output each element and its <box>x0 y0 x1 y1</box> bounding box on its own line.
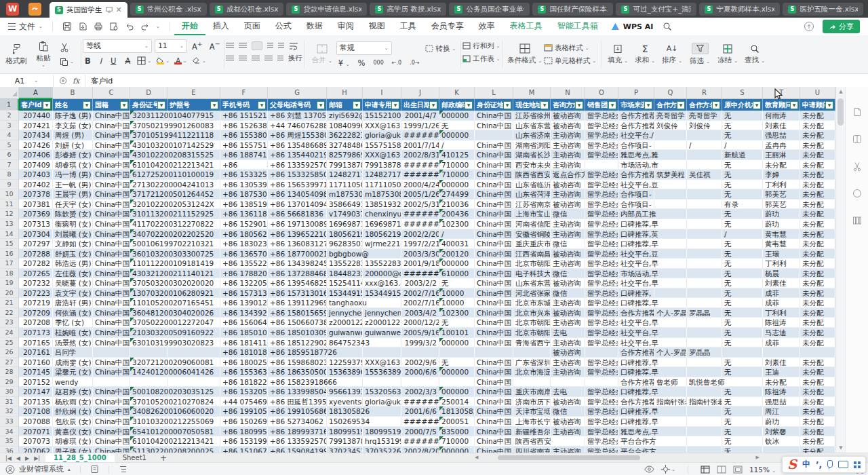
cell[interactable]: +44 7460762888 <box>268 121 327 131</box>
cell[interactable]: 799138782 <box>327 160 363 170</box>
cell[interactable]: 衡琬明 (女) <box>53 219 93 229</box>
cell[interactable]: 2003/3/30 <box>401 249 439 259</box>
filter-dropdown-icon[interactable]: ▼ <box>712 101 720 109</box>
column-header-N[interactable]: N <box>551 87 585 99</box>
ime-keyboard-icon[interactable] <box>838 461 848 468</box>
cell[interactable]: +86 151067860 <box>220 446 268 453</box>
cell[interactable]: 207297 <box>19 239 53 249</box>
cell[interactable]: 留学总经办 <box>585 427 618 437</box>
row-header-25[interactable]: 25 <box>0 338 19 348</box>
cell[interactable]: 刘俊伶 <box>654 121 687 131</box>
cell[interactable]: 湖南省长沙 <box>513 150 551 160</box>
cell[interactable]: 430103200107142529 <box>130 140 167 151</box>
cell[interactable]: +86 15066073863 <box>268 318 327 328</box>
header-cell[interactable]: 身份证号▼ <box>130 99 167 111</box>
cell[interactable]: 411702200312270822 <box>130 219 167 229</box>
clear-format-button[interactable]: ⌄ <box>192 57 206 64</box>
cell[interactable]: 511302200208200025 <box>130 446 167 453</box>
filter-dropdown-icon[interactable]: ▼ <box>677 101 685 109</box>
cell[interactable]: 有录 <box>722 200 763 210</box>
cell[interactable] <box>654 140 687 151</box>
column-header-R[interactable]: R <box>687 87 722 99</box>
document-tab[interactable]: S英国留学生✕ <box>50 2 127 18</box>
cell[interactable]: China中国 <box>93 298 130 308</box>
cell[interactable] <box>513 377 551 387</box>
cell[interactable]: 630103199903020823 <box>130 338 167 348</box>
column-header-P[interactable]: P <box>618 87 654 99</box>
cell[interactable]: +86 180025104 <box>220 358 268 368</box>
cell[interactable] <box>551 377 585 387</box>
cell[interactable]: 15536389( <box>363 367 401 377</box>
cell[interactable]: 未分配 <box>800 377 835 387</box>
cell[interactable]: China中国 <box>475 308 513 318</box>
cell[interactable]: China中国 <box>93 200 130 210</box>
filter-dropdown-icon[interactable]: ▼ <box>825 101 833 109</box>
cell[interactable]: 微信 <box>551 288 585 299</box>
cell[interactable]: 962835011 <box>327 239 363 249</box>
cell[interactable]: chenxinyur <box>363 209 401 219</box>
cell[interactable]: China中国 <box>475 406 513 417</box>
cell[interactable]: 无 <box>722 239 763 249</box>
quickbar-chevron-icon[interactable]: ⌄ <box>156 24 160 29</box>
cell[interactable] <box>654 427 687 437</box>
percent-button[interactable]: % <box>356 58 368 68</box>
cell[interactable]: 文静如 (女) <box>53 239 93 249</box>
cell[interactable]: 社交平台,早 <box>618 328 654 338</box>
cell[interactable]: 留学总经办 <box>585 367 618 377</box>
cell[interactable]: 陕西省西安 <box>513 436 551 446</box>
cell[interactable]: 2002/8/20 <box>401 446 439 453</box>
menu-item-11[interactable]: 表格工具 <box>502 18 550 35</box>
cell[interactable]: 山东省东营 <box>513 278 551 288</box>
cell[interactable]: 210036 <box>439 200 475 210</box>
cell[interactable] <box>93 377 130 387</box>
header-cell[interactable]: 销售团队▼ <box>585 99 618 111</box>
cell[interactable]: 000000 <box>439 259 475 269</box>
cell[interactable]: +86 153325850 <box>220 170 268 180</box>
cell[interactable]: 无 <box>722 397 763 407</box>
cell[interactable]: 留学总经办 <box>585 278 618 288</box>
cell[interactable]: 207409 <box>19 160 53 170</box>
document-tab[interactable]: S公务员国企事业单位 <box>449 3 530 16</box>
cell[interactable]: 强思喆 <box>763 397 800 407</box>
cell[interactable]: 口碑推荐,早 <box>618 406 654 417</box>
cell[interactable]: jennychen <box>327 308 363 318</box>
cell[interactable]: China中国 <box>475 170 513 180</box>
cell[interactable]: 370105200210270824 <box>130 397 167 407</box>
cell[interactable]: China中国 <box>93 367 130 377</box>
column-header-S[interactable]: S <box>722 87 763 99</box>
cell[interactable]: 2003/2/2 <box>401 278 439 288</box>
cell[interactable] <box>363 377 401 387</box>
status-doc-icon[interactable] <box>90 465 99 474</box>
cell[interactable]: 陈祖涛 <box>763 387 800 397</box>
cell[interactable]: 124827175 <box>363 170 401 180</box>
cell[interactable]: +86 15823918666 <box>268 377 327 387</box>
cell[interactable] <box>687 288 722 299</box>
ime-chinese-mode-icon[interactable]: 中 <box>802 459 810 470</box>
cell[interactable]: 刘紫馨 <box>763 427 800 437</box>
cell[interactable]: 825798695 <box>327 150 363 160</box>
cell[interactable]: 王瑞 <box>763 249 800 259</box>
cell[interactable]: 未分配 <box>800 367 835 377</box>
next-sheet-button[interactable]: ▶ <box>25 455 29 461</box>
cell[interactable]: 180995191 <box>363 427 401 437</box>
cell[interactable]: 未分配 <box>800 427 835 437</box>
column-header-E[interactable]: E <box>167 87 220 99</box>
cell[interactable]: 吴佳祺 <box>687 170 722 180</box>
row-header-7[interactable]: 7 <box>0 160 19 170</box>
cell[interactable]: China中国 <box>93 406 130 417</box>
cell[interactable]: 180995191 <box>327 427 363 437</box>
cell[interactable]: +86 187530803 <box>220 189 268 200</box>
cell[interactable]: 155751588 <box>363 140 401 151</box>
cell[interactable] <box>654 189 687 200</box>
cell[interactable]: 610104200212213421 <box>130 160 167 170</box>
row-header-19[interactable]: 19 <box>0 278 19 288</box>
spreadsheet-grid[interactable]: ABCDEFGHIJKLMNOPQRSTU1客户id▼姓名▼国籍▼身份证号▼护照… <box>0 87 835 453</box>
cell[interactable]: 留学总经办 <box>585 111 618 121</box>
cell[interactable]: 冯一博 (男) <box>53 170 93 180</box>
cell[interactable]: 207088 <box>19 417 53 427</box>
cell[interactable]: China中国 <box>475 219 513 229</box>
row-header-17[interactable]: 17 <box>0 259 19 269</box>
cell[interactable]: 湖南省浏阳 <box>513 140 551 151</box>
wrap-text-icon[interactable] <box>289 42 298 50</box>
cell[interactable]: 胡睿琪 (女) <box>53 436 93 446</box>
